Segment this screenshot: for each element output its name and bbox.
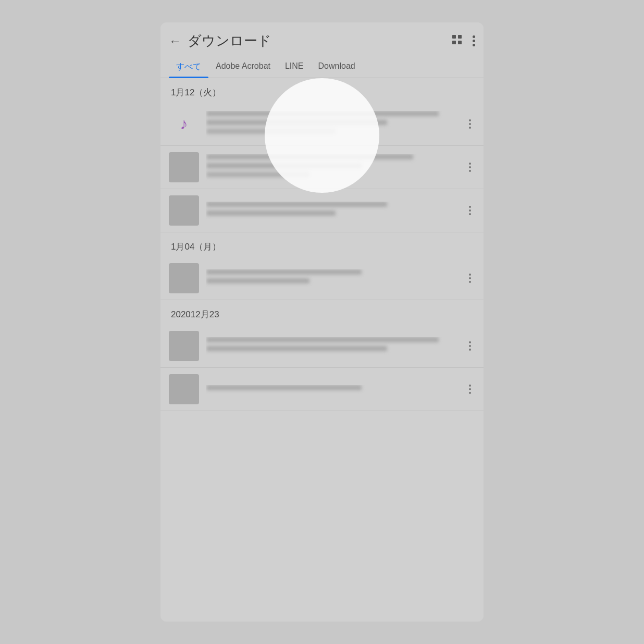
back-button[interactable]: ← [169,34,181,48]
filename-line-6 [206,210,336,216]
filename-line-3 [206,154,413,159]
file-thumbnail-6 [169,374,199,404]
item-more-button-1[interactable] [465,117,475,131]
svg-rect-2 [452,41,456,44]
file-item-1[interactable]: ♪ [160,103,484,146]
filename-line-5 [206,202,387,207]
filename-line-9 [206,337,439,342]
file-meta-1 [206,129,336,134]
item-more-button-3[interactable] [465,204,475,217]
overflow-menu-icon[interactable] [473,35,475,46]
filename-line-7 [206,269,362,275]
item-more-button-6[interactable] [465,382,475,396]
filename-line-1 [206,111,439,116]
phone-frame: ← ダウンロード すべて Adobe Acrobat LINE Down [160,22,484,622]
tab-download[interactable]: Download [311,56,363,78]
filename-line-4 [206,163,362,168]
grid-view-icon[interactable] [451,33,463,49]
file-item-5[interactable] [160,325,484,368]
file-thumbnail-5 [169,331,199,361]
file-info-5 [206,337,465,355]
svg-rect-0 [452,35,456,39]
music-note-icon: ♪ [180,115,188,133]
file-thumbnail-4 [169,263,199,293]
file-info-1 [206,111,465,138]
section-header-dec23: 202012月23 [160,300,484,325]
tab-bar: すべて Adobe Acrobat LINE Download [160,56,484,78]
item-more-button-2[interactable] [465,160,475,174]
file-item-4[interactable] [160,257,484,300]
filename-line-11 [206,385,362,390]
music-thumbnail: ♪ [169,109,199,139]
filename-line-2 [206,120,387,125]
file-info-2 [206,154,465,181]
tab-line[interactable]: LINE [278,56,311,78]
item-more-button-4[interactable] [465,271,475,285]
file-info-4 [206,269,465,287]
header-left: ← ダウンロード [169,32,271,50]
file-thumbnail-2 [169,152,199,182]
file-item-3[interactable] [160,189,484,232]
section-header-jan04: 1月04（月） [160,232,484,257]
page-title: ダウンロード [188,32,271,50]
file-item-6[interactable] [160,368,484,411]
file-thumbnail-3 [169,195,199,226]
filename-line-10 [206,346,387,351]
filename-line-8 [206,278,309,283]
file-item-2[interactable] [160,146,484,189]
file-meta-2 [206,172,309,177]
section-header-jan12: 1月12（火） [160,78,484,103]
content-area: 1月12（火） ♪ [160,78,484,622]
tab-adobe-acrobat[interactable]: Adobe Acrobat [208,56,278,78]
header: ← ダウンロード [160,22,484,56]
tab-all[interactable]: すべて [169,56,208,78]
item-more-button-5[interactable] [465,339,475,353]
header-right [451,33,475,49]
file-info-3 [206,202,465,219]
svg-rect-1 [458,35,462,39]
svg-rect-3 [458,41,462,44]
file-info-6 [206,385,465,394]
